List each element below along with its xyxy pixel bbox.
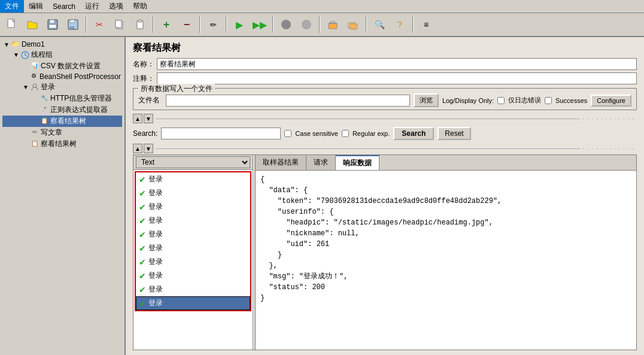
list-item-5[interactable]: ✔ 登录 [136, 241, 250, 255]
browse-button[interactable]: 浏览 [414, 93, 439, 107]
search-toolbar-button[interactable]: 🔍 [370, 15, 389, 34]
lower-collapse-down-button[interactable]: ▼ [144, 144, 153, 153]
help-toolbar-button[interactable]: ? [390, 15, 409, 34]
list-item-8[interactable]: ✔ 登录 [136, 283, 250, 296]
list-item-2[interactable]: ✔ 登录 [136, 200, 250, 214]
comment-label: 注释： [133, 74, 157, 84]
filename-label: 文件名 [138, 95, 160, 105]
configure-button[interactable]: Configure [591, 95, 631, 107]
list-item-label-7: 登录 [148, 271, 163, 281]
regular-exp-checkbox[interactable] [342, 130, 349, 137]
edit-button[interactable]: ✏ [203, 15, 223, 34]
folder-icon: 📁 [11, 40, 20, 48]
tab-request[interactable]: 请求 [306, 155, 336, 170]
run-button[interactable]: ▶ [230, 15, 249, 34]
sidebar-label-http: HTTP信息头管理器 [50, 93, 112, 104]
run-all-button[interactable]: ▶▶ [250, 15, 269, 34]
sidebar-item-beanshell[interactable]: ⚙ BeanShell PostProcessor [2, 72, 122, 81]
cut-button[interactable]: ✂ [90, 15, 109, 34]
save-button[interactable] [43, 15, 62, 34]
search-input[interactable] [161, 128, 281, 139]
status-success-icon-3: ✔ [139, 216, 146, 226]
login-icon [30, 83, 40, 92]
svg-point-20 [33, 84, 37, 87]
clear-button[interactable] [323, 15, 342, 34]
sidebar-item-viewtree[interactable]: 📋 察看结果树 [2, 116, 122, 127]
list-item-1[interactable]: ✔ 登录 [136, 186, 250, 200]
add-button[interactable]: + [157, 15, 176, 34]
filename-input[interactable] [166, 95, 410, 107]
log-display-checkbox[interactable] [497, 97, 505, 104]
status-success-icon-7: ✔ [139, 271, 146, 281]
svg-rect-16 [350, 24, 357, 29]
list-item-label-9: 登录 [148, 298, 163, 308]
remove-button[interactable]: − [177, 15, 196, 34]
search-button[interactable]: Search [393, 127, 434, 140]
reset-button[interactable]: Reset [438, 127, 470, 140]
menu-edit[interactable]: 编辑 [24, 0, 48, 13]
write-to-file-fieldset: 所有数据写入一个文件 文件名 浏览 Log/Display Only: 仅日志错… [133, 88, 637, 110]
menu-options[interactable]: 选项 [104, 0, 128, 13]
menu-run[interactable]: 运行 [80, 0, 104, 13]
sep8 [412, 16, 414, 33]
collapse-down-button[interactable]: ▼ [144, 114, 153, 123]
successes-checkbox[interactable] [545, 97, 552, 104]
tree-leaf-csv [23, 63, 30, 69]
copy-button[interactable] [110, 15, 129, 34]
paste-button[interactable] [130, 15, 150, 34]
http-icon: 🔧 [40, 95, 49, 103]
sidebar-item-demo1[interactable]: ▼ 📁 Demo1 [2, 40, 122, 49]
tab-response[interactable]: 响应数据 [336, 155, 379, 170]
saveas-button[interactable]: AS [63, 15, 83, 34]
regular-exp-label: Regular exp. [353, 130, 390, 137]
tree-arrow-demo1[interactable]: ▼ [4, 41, 11, 48]
list-item-6[interactable]: ✔ 登录 [136, 255, 250, 269]
sidebar-item-csv[interactable]: 📊 CSV 数据文件设置 [2, 60, 122, 72]
menu-search[interactable]: Search [48, 1, 80, 12]
list-item-9[interactable]: ✔ 登录 [136, 296, 250, 310]
open-button[interactable] [23, 15, 42, 34]
list-pane-header: Text [133, 155, 253, 170]
clear-all-button[interactable] [344, 15, 363, 34]
stop-button[interactable] [277, 15, 296, 34]
text-dropdown[interactable]: Text [136, 156, 250, 168]
status-success-icon-2: ✔ [139, 202, 146, 212]
list-item-3[interactable]: ✔ 登录 [136, 214, 250, 227]
sep1 [86, 16, 87, 33]
tree-arrow-thread[interactable]: ▼ [13, 51, 20, 58]
file-row: 文件名 浏览 Log/Display Only: 仅日志错误 Successes… [138, 93, 631, 107]
list-item-0[interactable]: ✔ 登录 [136, 172, 250, 186]
list-item-label-1: 登录 [148, 188, 163, 198]
lower-divider: ▲ ▼ · · · · · · · · · · · · [126, 142, 644, 154]
comment-input[interactable] [157, 72, 637, 84]
name-input[interactable] [157, 58, 637, 70]
name-label: 名称： [133, 59, 157, 69]
more-toolbar-button[interactable]: ≡ [417, 15, 436, 34]
tab-sampler[interactable]: 取样器结果 [256, 155, 306, 170]
stop-all-button[interactable] [297, 15, 316, 34]
tree-leaf-http [32, 95, 40, 102]
new-button[interactable] [2, 15, 22, 34]
panel-title: 察看结果树 [126, 37, 644, 57]
collapse-up-button[interactable]: ▲ [133, 114, 142, 123]
status-success-icon-9: ✔ [139, 299, 146, 308]
menu-file[interactable]: 文件 [0, 0, 24, 13]
sidebar-item-http[interactable]: 🔧 HTTP信息头管理器 [2, 93, 122, 104]
list-item-label-6: 登录 [148, 257, 163, 267]
sidebar-item-regex[interactable]: .* 正则表达式提取器 [2, 104, 122, 116]
tree-arrow-login[interactable]: ▼ [23, 84, 30, 90]
list-item-7[interactable]: ✔ 登录 [136, 269, 250, 283]
tree-leaf-viewtree2 [23, 141, 30, 147]
sidebar-item-viewtree2[interactable]: 📋 察看结果树 [2, 138, 122, 150]
list-item-4[interactable]: ✔ 登录 [136, 227, 250, 241]
menu-help[interactable]: 帮助 [128, 0, 152, 13]
search-label: Search: [133, 129, 157, 138]
sidebar-item-write[interactable]: ✏ 写文章 [2, 127, 122, 138]
lower-collapse-up-button[interactable]: ▲ [133, 144, 142, 153]
svg-rect-3 [49, 25, 56, 28]
svg-rect-10 [138, 20, 142, 22]
sidebar-item-login[interactable]: ▼ 登录 [2, 81, 122, 93]
sidebar-item-thread[interactable]: ▼ 线程组 [2, 49, 122, 60]
sep6 [319, 16, 320, 33]
case-sensitive-checkbox[interactable] [284, 130, 291, 137]
